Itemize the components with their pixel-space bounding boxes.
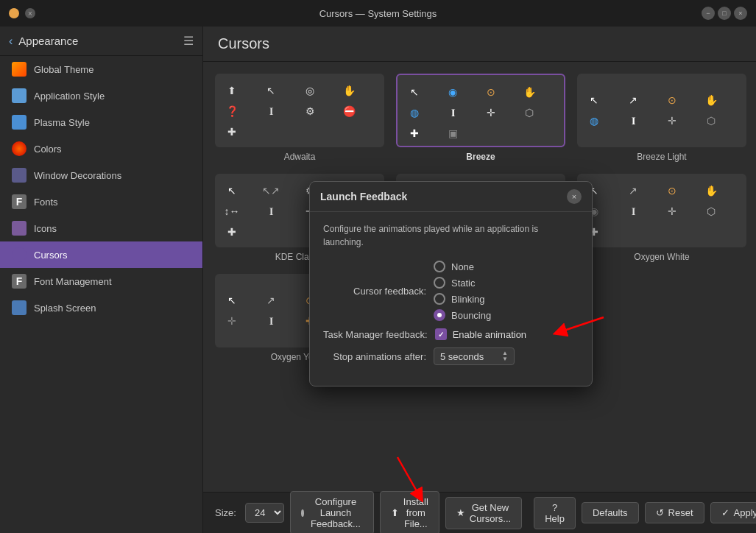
menu-icon[interactable]: ☰ — [183, 34, 194, 48]
sidebar-item-label: Colors — [34, 144, 62, 155]
sidebar-item-splash-screen[interactable]: Splash Screen — [0, 294, 202, 321]
sidebar-item-plasma-style[interactable]: Plasma Style — [0, 109, 202, 135]
cursor-feedback-options: None Static Blinking Bouncing — [434, 261, 491, 321]
install-icon: ⬆ — [391, 507, 399, 518]
cursor-move-ow: ✛ — [664, 203, 680, 219]
cursor-text-k: 𝐈 — [263, 203, 279, 219]
sidebar-item-colors[interactable]: Colors — [0, 135, 202, 162]
apply-btn[interactable]: ✓ Apply — [710, 502, 756, 523]
plasma-icon — [12, 115, 27, 130]
cursor-arrow-b: ↖ — [406, 84, 423, 100]
option-none[interactable]: None — [434, 261, 491, 272]
back-button[interactable]: ‹ — [9, 35, 13, 48]
task-manager-checkbox[interactable] — [435, 328, 447, 340]
stop-animations-spinbox[interactable]: 5 seconds ▲ ▼ — [434, 347, 515, 365]
launch-dot — [301, 509, 304, 517]
modal-body: Configure the animations played while an… — [310, 212, 592, 386]
reset-icon: ↺ — [656, 507, 664, 518]
adwaita-preview: ⬆ ↖ ◎ ✋ ❓ 𝐈 ⚙ ⛔ ✚ — [215, 74, 384, 147]
dot-close[interactable]: × — [25, 8, 35, 18]
sidebar-item-label: Icons — [34, 223, 57, 234]
sidebar: ‹ Appearance ☰ Global Theme Application … — [0, 27, 203, 533]
radio-none[interactable] — [434, 261, 445, 272]
size-select[interactable]: 24 32 48 — [245, 503, 284, 523]
bottom-bar: Size: 24 32 48 Configure Launch Feedback… — [203, 492, 756, 533]
cursor-resize-k: ↕↔ — [224, 203, 240, 219]
cursor-noresize: ⛔ — [341, 103, 357, 119]
option-bouncing-label: Bouncing — [451, 310, 491, 321]
option-none-label: None — [451, 261, 474, 272]
cursor-circle-b: ◍ — [406, 105, 423, 121]
radio-static[interactable] — [434, 277, 445, 289]
sidebar-item-label: Window Decorations — [34, 170, 121, 181]
task-manager-value: Enable animation — [453, 329, 526, 340]
cursor-grab: ✋ — [341, 82, 357, 99]
spinbox-value: 5 seconds — [440, 351, 484, 362]
install-from-file-btn[interactable]: ⬆ Install from File... — [380, 491, 439, 533]
cursor-grab-bl: ✋ — [703, 92, 719, 108]
cursor-question: ❓ — [224, 103, 240, 119]
dot-orange[interactable] — [9, 8, 19, 18]
cursor-resize-bl: ⬡ — [703, 113, 719, 129]
cursor-move-b: ⬡ — [521, 105, 537, 121]
cursor-hand-ow: ✋ — [703, 183, 719, 199]
option-bouncing[interactable]: Bouncing — [434, 309, 491, 321]
oxygen-white-label: Oxygen White — [634, 252, 689, 262]
option-blinking[interactable]: Blinking — [434, 293, 491, 305]
sidebar-item-label: Fonts — [34, 197, 58, 208]
cursor-watch: ◎ — [302, 82, 318, 99]
spinbox-down[interactable]: ▼ — [502, 356, 508, 362]
content-title: Cursors — [203, 27, 756, 62]
breeze-label: Breeze — [466, 152, 495, 162]
modal-close-btn[interactable]: × — [567, 189, 582, 204]
sidebar-item-label: Plasma Style — [34, 117, 90, 128]
spinbox-arrows: ▲ ▼ — [502, 350, 508, 362]
colors-icon — [12, 141, 27, 156]
get-new-cursors-btn[interactable]: ★ Get New Cursors... — [445, 497, 522, 529]
sidebar-item-font-management[interactable]: F Font Management — [0, 268, 202, 294]
adwaita-label: Adwaita — [284, 152, 316, 162]
sidebar-item-cursors[interactable]: Cursors — [0, 241, 202, 268]
sidebar-item-label: Global Theme — [34, 64, 93, 75]
modal-title: Launch Feedback — [320, 191, 567, 202]
option-static[interactable]: Static — [434, 277, 491, 289]
theme-breeze[interactable]: ↖ ◉ ⊙ ✋ ◍ 𝐈 ✛ ⬡ ✚ ▣ Breeze — [396, 74, 565, 162]
launch-feedback-modal: Launch Feedback × Configure the animatio… — [309, 181, 593, 386]
sidebar-item-global-theme[interactable]: Global Theme — [0, 56, 202, 82]
cursor-diag-oy: ↗ — [263, 292, 279, 308]
sidebar-item-application-style[interactable]: Application Style — [0, 82, 202, 109]
theme-adwaita[interactable]: ⬆ ↖ ◎ ✋ ❓ 𝐈 ⚙ ⛔ ✚ Adwaita — [215, 74, 384, 162]
fonts-icon: F — [12, 194, 27, 209]
appstyle-icon — [12, 88, 27, 103]
radio-blinking[interactable] — [434, 293, 445, 305]
cursor-diag-bl: ↗ — [625, 92, 641, 108]
theme-breeze-light[interactable]: ↖ ↗ ⊙ ✋ ◍ 𝐈 ✛ ⬡ Breeze Light — [577, 74, 746, 162]
sidebar-item-icons[interactable]: Icons — [0, 215, 202, 241]
reset-btn[interactable]: ↺ Reset — [645, 502, 704, 523]
minimize-btn[interactable]: − — [702, 7, 715, 20]
task-manager-row: Task Manager feedback: Enable animation — [323, 328, 579, 340]
stop-animations-row: Stop animations after: 5 seconds ▲ ▼ — [323, 347, 579, 365]
maximize-btn[interactable]: □ — [718, 7, 731, 20]
window-title: Cursors — System Settings — [319, 8, 437, 19]
sidebar-item-label: Application Style — [34, 91, 105, 102]
close-btn[interactable]: × — [734, 7, 747, 20]
star-icon: ★ — [456, 507, 465, 518]
cursor-gear: ⚙ — [302, 103, 318, 119]
help-btn[interactable]: ? Help — [534, 497, 576, 529]
cursor-hand: ↖ — [263, 82, 279, 99]
theme-oxygen-white[interactable]: ↖ ↗ ⊙ ✋ ◉ 𝐈 ✛ ⬡ ✚ Oxygen White — [577, 174, 746, 262]
sidebar-header: ‹ Appearance ☰ — [0, 27, 202, 56]
sidebar-item-label: Cursors — [34, 250, 68, 261]
cursor-arrow: ⬆ — [224, 82, 240, 99]
window-dots: × — [9, 8, 35, 18]
check-icon: ✓ — [721, 507, 729, 518]
cursor-plus: ✚ — [224, 124, 240, 140]
cursor-feedback-label: Cursor feedback: — [323, 286, 426, 297]
configure-launch-btn[interactable]: Configure Launch Feedback... — [290, 491, 374, 533]
defaults-btn[interactable]: Defaults — [582, 502, 639, 523]
sidebar-item-fonts[interactable]: F Fonts — [0, 188, 202, 215]
sidebar-item-window-decorations[interactable]: Window Decorations — [0, 162, 202, 188]
radio-bouncing[interactable] — [434, 309, 445, 321]
cursor-feedback-row: Cursor feedback: None Static Blinking — [323, 261, 579, 321]
